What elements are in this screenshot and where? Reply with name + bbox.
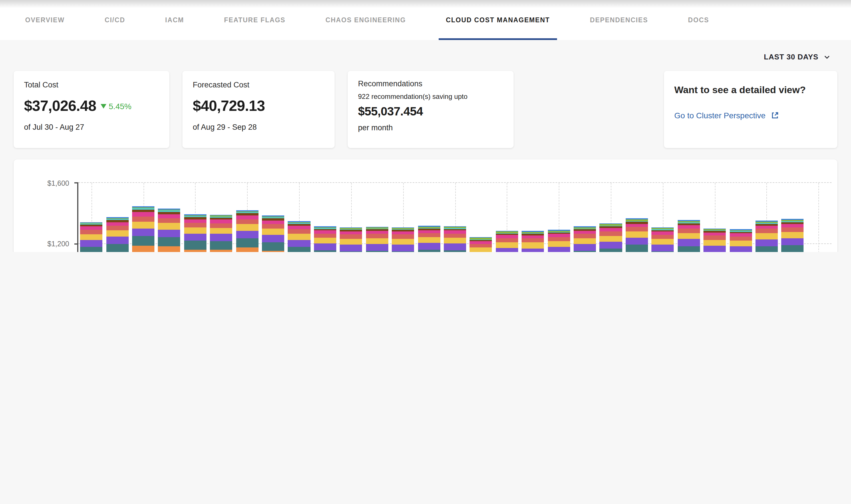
bar-segment-cluster-6 (132, 228, 154, 236)
recommendations-period: per month (358, 123, 503, 132)
bar-2024-08-12[interactable] (418, 226, 440, 252)
bar-2024-08-13[interactable] (444, 226, 466, 252)
bar-segment-cluster-8 (652, 235, 674, 239)
bar-segment-cluster-5 (366, 251, 388, 252)
bar-segment-cluster-8 (314, 233, 336, 238)
external-link-icon (771, 111, 779, 120)
tab-cloud-cost-management[interactable]: CLOUD COST MANAGEMENT (446, 0, 550, 40)
bar-2024-08-25[interactable] (756, 220, 778, 252)
bar-segment-cluster-9 (652, 231, 674, 235)
bar-2024-08-06[interactable] (262, 215, 284, 252)
bar-2024-08-26[interactable] (782, 219, 804, 252)
bar-2024-08-03[interactable] (184, 214, 206, 252)
bar-segment-cluster-5 (132, 236, 154, 246)
bar-2024-08-11[interactable] (392, 228, 414, 252)
bar-2024-07-31[interactable] (106, 217, 128, 252)
bar-2024-08-04[interactable] (210, 215, 232, 252)
cluster-perspective-link[interactable]: Go to Cluster Perspective (674, 111, 827, 120)
bar-2024-08-05[interactable] (236, 210, 258, 252)
recommendations-amount: $55,037.454 (358, 105, 503, 118)
bar-segment-cluster-7 (574, 238, 596, 244)
bar-segment-cluster-6 (210, 234, 232, 241)
bar-segment-cluster-7 (704, 240, 726, 246)
bar-segment-cluster-9 (314, 231, 336, 234)
bar-2024-08-20[interactable] (626, 219, 648, 252)
tab-overview[interactable]: OVERVIEW (25, 0, 65, 40)
bar-segment-cluster-8 (106, 226, 128, 231)
forecasted-cost-amount: $40,729.13 (193, 97, 265, 115)
bar-2024-08-22[interactable] (677, 220, 700, 252)
bar-2024-08-21[interactable] (652, 228, 674, 252)
bar-2024-08-02[interactable] (158, 209, 180, 252)
bar-2024-08-17[interactable] (548, 230, 570, 252)
tab-docs[interactable]: DOCS (688, 0, 709, 40)
bar-2024-08-01[interactable] (132, 206, 154, 252)
bar-segment-cluster-7 (340, 238, 362, 244)
bar-segment-cluster-9 (626, 224, 648, 227)
tab-chaos-engineering[interactable]: CHAOS ENGINEERING (326, 0, 406, 40)
bar-segment-cluster-6 (496, 248, 518, 252)
bar-2024-08-18[interactable] (574, 227, 596, 252)
bar-segment-cluster-7 (444, 238, 466, 244)
bar-segment-cluster-5 (756, 247, 778, 252)
bar-segment-cluster-4 (132, 246, 154, 252)
bar-segment-cluster-9 (106, 222, 128, 226)
bar-segment-cluster-9 (677, 225, 700, 228)
bar-2024-08-10[interactable] (366, 227, 388, 252)
total-cost-amount: $37,026.48 (24, 97, 96, 115)
recommendations-card: Recommendations 922 recommendation(s) sa… (348, 71, 514, 148)
bar-segment-cluster-5 (444, 250, 466, 252)
bar-2024-08-23[interactable] (704, 228, 726, 252)
detail-view-card: Want to see a detailed view? Go to Clust… (664, 71, 837, 148)
bar-2024-08-09[interactable] (340, 228, 362, 252)
bar-2024-08-19[interactable] (600, 223, 622, 252)
bar-segment-cluster-5 (418, 250, 440, 252)
bar-segment-cluster-6 (756, 239, 778, 247)
tab-feature-flags[interactable]: FEATURE FLAGS (224, 0, 286, 40)
bar-segment-cluster-5 (80, 247, 102, 252)
toolbar: LAST 30 DAYS (0, 40, 851, 61)
bar-segment-cluster-8 (522, 238, 544, 242)
date-range-selector[interactable]: LAST 30 DAYS (764, 53, 818, 61)
bar-segment-cluster-10 (210, 217, 232, 219)
bar-2024-08-24[interactable] (729, 229, 752, 252)
bar-segment-cluster-10 (106, 220, 128, 222)
bar-segment-cluster-8 (729, 236, 752, 240)
total-cost-period: of Jul 30 - Aug 27 (24, 123, 159, 131)
bar-segment-cluster-5 (626, 245, 648, 252)
tab-dependencies[interactable]: DEPENDENCIES (590, 0, 648, 40)
bar-segment-cluster-8 (470, 244, 492, 248)
tab-iacm[interactable]: IACM (165, 0, 184, 40)
bar-segment-cluster-8 (418, 233, 440, 237)
bar-segment-cluster-7 (158, 223, 180, 230)
bar-segment-cluster-7 (418, 237, 440, 243)
bar-segment-cluster-8 (600, 231, 622, 236)
decrease-triangle-icon (101, 104, 106, 108)
y-axis-tick (74, 183, 79, 183)
bar-segment-cluster-8 (132, 216, 154, 221)
bar-segment-cluster-5 (210, 241, 232, 250)
bar-segment-cluster-5 (314, 250, 336, 252)
bar-segment-cluster-9 (782, 224, 804, 228)
bar-segment-cluster-4 (262, 251, 284, 252)
y-axis-label: $1,200 (48, 240, 69, 248)
bar-2024-08-16[interactable] (522, 231, 544, 252)
bar-segment-cluster-9 (756, 226, 778, 229)
bar-2024-08-14[interactable] (470, 237, 492, 252)
chevron-down-icon[interactable] (823, 53, 830, 60)
bar-segment-cluster-6 (782, 238, 804, 246)
bar-segment-cluster-5 (106, 244, 128, 252)
summary-cards: Total Cost $37,026.48 5.45% of Jul 30 - … (14, 71, 837, 148)
bar-segment-cluster-8 (236, 219, 258, 224)
bar-segment-cluster-8 (782, 228, 804, 232)
bar-2024-08-07[interactable] (288, 221, 310, 252)
bar-2024-07-30[interactable] (80, 222, 102, 252)
y-axis-label: $1,600 (48, 179, 69, 187)
tab-ci-cd[interactable]: CI/CD (105, 0, 125, 40)
cluster-cost-chart-card: $0$400$800$1,200$1,6002024-07-302024-08-… (14, 159, 837, 252)
bar-2024-08-15[interactable] (496, 231, 518, 252)
bar-segment-cluster-5 (288, 247, 310, 252)
bar-2024-08-08[interactable] (314, 227, 336, 252)
bar-segment-cluster-6 (704, 246, 726, 252)
bar-segment-cluster-5 (782, 245, 804, 252)
